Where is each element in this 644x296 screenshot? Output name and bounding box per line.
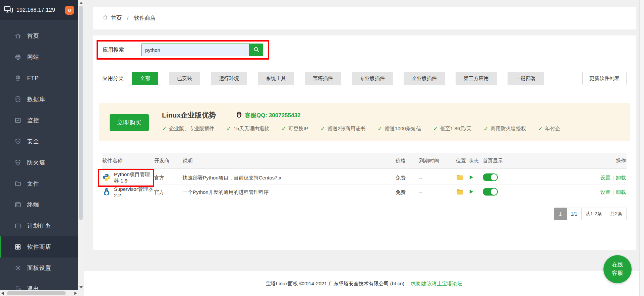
app-store-card: 应用搜索 应用分类 全部已安装运行环境系统工具宝塔插件专业版插件企业版插件第三方…: [93, 35, 636, 250]
category-tab[interactable]: 企业版插件: [404, 72, 445, 85]
tux-logo-icon: [102, 188, 111, 197]
action-separator: |: [612, 189, 614, 195]
sidebar-item-appstore[interactable]: 软件商店: [0, 236, 78, 257]
feature-item: ✓可更换IP: [281, 125, 308, 132]
sidebar-item-monitor[interactable]: 监控: [0, 110, 78, 131]
column-header: 操作: [525, 158, 627, 164]
category-tab[interactable]: 专业版插件: [352, 72, 393, 85]
sidebar-item-database[interactable]: 数据库: [0, 89, 78, 110]
category-filter-row: 应用分类 全部已安装运行环境系统工具宝塔插件专业版插件企业版插件第三方应用一键部…: [102, 72, 627, 85]
sidebar-item-label: 软件商店: [27, 243, 51, 251]
sidebar-item-security[interactable]: 安全: [0, 131, 78, 152]
pagination-cell[interactable]: 1/1: [567, 208, 582, 220]
uninstall-link[interactable]: 卸载: [616, 175, 626, 180]
sidebar-item-label: 计划任务: [27, 222, 51, 230]
column-header: 位置: [456, 158, 469, 164]
action-separator: |: [612, 175, 614, 180]
main-vertical-scrollbar[interactable]: [639, 0, 644, 296]
software-name-cell[interactable]: Python项目管理器 1.9: [98, 169, 154, 187]
vendor-cell: 官方: [154, 189, 183, 196]
scrollbar-corner: [78, 290, 84, 296]
home-icon: [14, 32, 21, 40]
sidebar-item-settings[interactable]: 面板设置: [0, 257, 78, 279]
category-tab[interactable]: 第三方应用: [456, 72, 497, 85]
message-count-badge[interactable]: 0: [65, 6, 74, 15]
price-cell: 免费: [396, 175, 419, 181]
sidebar-item-sites[interactable]: 网站: [0, 47, 78, 68]
settings-link[interactable]: 设置: [600, 189, 610, 195]
category-tab[interactable]: 已安装: [169, 72, 200, 85]
description-cell: 一个Python开发的通用的进程管理程序: [183, 189, 396, 196]
vertical-scroll-thumb[interactable]: [79, 6, 83, 220]
pagination: 11/1从1-2条共2条: [554, 208, 627, 220]
baota-panel: 192.168.17.129 0 首页网站FTP数据库监控安全防火墙文件终端计划…: [0, 0, 644, 296]
calendar-icon: [14, 222, 21, 229]
ftp-icon: [14, 75, 21, 82]
pagination-cell[interactable]: 共2条: [606, 208, 627, 220]
sidebar-item-cron[interactable]: 计划任务: [0, 215, 78, 236]
running-play-icon[interactable]: [469, 175, 474, 181]
banner-title: Linux企业版优势: [162, 110, 216, 120]
exit-icon: [14, 286, 21, 290]
software-table: 软件名称开发商说明价格到期时间位置状态首页显示操作 Python项目管理器 1.…: [102, 153, 627, 200]
homepage-display-toggle[interactable]: [483, 188, 498, 196]
scroll-right-arrow-icon[interactable]: [74, 292, 77, 295]
status-cell[interactable]: [469, 189, 483, 195]
location-cell[interactable]: [456, 173, 469, 182]
sidebar-item-files[interactable]: 文件: [0, 173, 78, 194]
category-tab[interactable]: 运行环境: [211, 72, 247, 85]
search-input[interactable]: [141, 44, 249, 56]
category-tab[interactable]: 全部: [132, 72, 158, 85]
breadcrumb-home-link[interactable]: 首页: [111, 15, 122, 22]
check-icon: ✓: [377, 125, 382, 132]
status-cell[interactable]: [469, 175, 483, 181]
feature-item: ✓年付企: [538, 125, 560, 132]
sidebar-item-label: 网站: [27, 53, 39, 61]
sidebar-vertical-scrollbar[interactable]: [78, 0, 84, 290]
folder-icon[interactable]: [456, 191, 464, 197]
check-icon: ✓: [483, 125, 488, 132]
folder-icon[interactable]: [456, 177, 464, 182]
column-header: 到期时间: [419, 158, 456, 164]
software-name-cell[interactable]: Supervisor管理器 2.2: [102, 186, 154, 198]
db-icon: [14, 96, 21, 103]
settings-link[interactable]: 设置: [600, 175, 610, 180]
check-icon: ✓: [162, 125, 167, 132]
scroll-left-arrow-icon[interactable]: [1, 292, 4, 295]
sidebar-horizontal-scrollbar[interactable]: [0, 290, 78, 296]
toggle-knob: [491, 174, 497, 180]
update-software-list-button[interactable]: 更新软件列表: [582, 72, 627, 85]
location-cell[interactable]: [456, 188, 469, 197]
sidebar-item-label: FTP: [27, 75, 39, 82]
sidebar-item-firewall[interactable]: 防火墙: [0, 152, 78, 173]
horizontal-scroll-thumb[interactable]: [7, 291, 66, 295]
scroll-up-arrow-icon[interactable]: [79, 2, 83, 4]
forum-help-link[interactable]: 求助|建议请上宝塔论坛: [410, 281, 462, 287]
qq-penguin-icon: [235, 111, 243, 120]
category-tab[interactable]: 一键部署: [508, 72, 544, 85]
scroll-down-arrow-icon[interactable]: [79, 286, 83, 289]
category-tab[interactable]: 宝塔插件: [305, 72, 341, 85]
buy-now-button[interactable]: 立即购买: [110, 114, 149, 131]
sidebar-item-ftp[interactable]: FTP: [0, 68, 78, 89]
price-cell: 免费: [396, 189, 419, 196]
column-header: 首页显示: [483, 158, 525, 164]
pagination-cell[interactable]: 1: [554, 208, 567, 220]
category-tab[interactable]: 系统工具: [258, 72, 294, 85]
sidebar-item-label: 监控: [27, 117, 39, 124]
feature-item: ✓15天无理由退款: [226, 125, 269, 132]
sidebar-item-logout[interactable]: 退出: [0, 279, 78, 290]
qq-service[interactable]: 客服QQ: 3007255432: [235, 111, 300, 120]
table-body: Python项目管理器 1.9 官方 快速部署Python项目，当前仅支持Cen…: [102, 169, 627, 200]
homepage-display-toggle[interactable]: [483, 173, 498, 181]
sidebar-item-label: 安全: [27, 138, 39, 145]
search-button[interactable]: [249, 44, 263, 56]
uninstall-link[interactable]: 卸载: [616, 189, 626, 195]
online-service-button[interactable]: 在线 客服: [603, 255, 632, 283]
sidebar-item-home[interactable]: 首页: [0, 25, 78, 47]
pagination-cell[interactable]: 从1-2条: [582, 208, 606, 220]
running-play-icon[interactable]: [469, 190, 474, 195]
sidebar-item-terminal[interactable]: 终端: [0, 194, 78, 215]
feature-item: ✓赠送1000条短信: [377, 125, 421, 132]
check-icon: ✓: [281, 125, 286, 132]
